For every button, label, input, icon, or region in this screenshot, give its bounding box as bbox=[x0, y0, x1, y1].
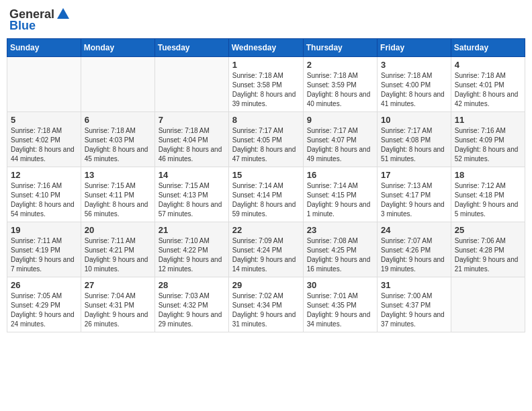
weekday-header-tuesday: Tuesday bbox=[154, 39, 228, 57]
day-number: 15 bbox=[232, 170, 300, 180]
day-info: Sunrise: 7:11 AM Sunset: 4:21 PM Dayligh… bbox=[85, 236, 151, 274]
day-info: Sunrise: 7:15 AM Sunset: 4:11 PM Dayligh… bbox=[85, 181, 151, 219]
day-info: Sunrise: 7:08 AM Sunset: 4:25 PM Dayligh… bbox=[307, 236, 373, 274]
calendar-cell: 27Sunrise: 7:04 AM Sunset: 4:31 PM Dayli… bbox=[81, 277, 154, 332]
calendar-cell: 8Sunrise: 7:17 AM Sunset: 4:05 PM Daylig… bbox=[228, 112, 303, 167]
day-number: 29 bbox=[232, 280, 300, 290]
calendar-cell: 21Sunrise: 7:10 AM Sunset: 4:22 PM Dayli… bbox=[154, 222, 228, 277]
calendar-cell: 17Sunrise: 7:13 AM Sunset: 4:17 PM Dayli… bbox=[378, 167, 451, 222]
logo-icon bbox=[56, 7, 71, 21]
day-number: 25 bbox=[455, 225, 521, 235]
calendar-cell: 18Sunrise: 7:12 AM Sunset: 4:18 PM Dayli… bbox=[451, 167, 525, 222]
day-number: 18 bbox=[455, 170, 521, 180]
day-info: Sunrise: 7:17 AM Sunset: 4:08 PM Dayligh… bbox=[381, 126, 447, 164]
day-info: Sunrise: 7:17 AM Sunset: 4:05 PM Dayligh… bbox=[232, 126, 300, 164]
weekday-header-wednesday: Wednesday bbox=[228, 39, 303, 57]
calendar-cell: 23Sunrise: 7:08 AM Sunset: 4:25 PM Dayli… bbox=[303, 222, 377, 277]
day-number: 17 bbox=[381, 170, 447, 180]
calendar-cell bbox=[81, 57, 154, 112]
day-number: 1 bbox=[232, 60, 300, 70]
calendar-cell: 31Sunrise: 7:00 AM Sunset: 4:37 PM Dayli… bbox=[378, 277, 451, 332]
day-info: Sunrise: 7:12 AM Sunset: 4:18 PM Dayligh… bbox=[455, 181, 521, 219]
day-info: Sunrise: 7:04 AM Sunset: 4:31 PM Dayligh… bbox=[85, 291, 151, 329]
day-number: 8 bbox=[232, 115, 300, 125]
day-info: Sunrise: 7:14 AM Sunset: 4:15 PM Dayligh… bbox=[307, 181, 373, 219]
day-number: 7 bbox=[159, 115, 225, 125]
day-number: 10 bbox=[381, 115, 447, 125]
calendar-cell: 24Sunrise: 7:07 AM Sunset: 4:26 PM Dayli… bbox=[378, 222, 451, 277]
calendar-table: SundayMondayTuesdayWednesdayThursdayFrid… bbox=[7, 38, 525, 332]
day-info: Sunrise: 7:00 AM Sunset: 4:37 PM Dayligh… bbox=[381, 291, 447, 329]
calendar-cell bbox=[7, 57, 81, 112]
calendar-cell: 19Sunrise: 7:11 AM Sunset: 4:19 PM Dayli… bbox=[7, 222, 81, 277]
day-info: Sunrise: 7:18 AM Sunset: 4:01 PM Dayligh… bbox=[455, 71, 521, 109]
day-number: 6 bbox=[85, 115, 151, 125]
day-info: Sunrise: 7:16 AM Sunset: 4:10 PM Dayligh… bbox=[11, 181, 77, 219]
logo: General Blue bbox=[9, 7, 71, 33]
day-info: Sunrise: 7:09 AM Sunset: 4:24 PM Dayligh… bbox=[232, 236, 300, 274]
day-number: 28 bbox=[159, 280, 225, 290]
day-number: 20 bbox=[85, 225, 151, 235]
week-row-5: 26Sunrise: 7:05 AM Sunset: 4:29 PM Dayli… bbox=[7, 277, 525, 332]
calendar-cell: 10Sunrise: 7:17 AM Sunset: 4:08 PM Dayli… bbox=[378, 112, 451, 167]
day-info: Sunrise: 7:18 AM Sunset: 3:59 PM Dayligh… bbox=[307, 71, 373, 109]
calendar-cell bbox=[451, 277, 525, 332]
day-info: Sunrise: 7:01 AM Sunset: 4:35 PM Dayligh… bbox=[307, 291, 373, 329]
day-number: 14 bbox=[159, 170, 225, 180]
calendar-cell: 1Sunrise: 7:18 AM Sunset: 3:58 PM Daylig… bbox=[228, 57, 303, 112]
day-number: 9 bbox=[307, 115, 373, 125]
day-info: Sunrise: 7:18 AM Sunset: 4:04 PM Dayligh… bbox=[159, 126, 225, 164]
day-number: 21 bbox=[159, 225, 225, 235]
day-info: Sunrise: 7:02 AM Sunset: 4:34 PM Dayligh… bbox=[232, 291, 300, 329]
day-number: 2 bbox=[307, 60, 373, 70]
day-number: 16 bbox=[307, 170, 373, 180]
day-number: 22 bbox=[232, 225, 300, 235]
logo-blue-text: Blue bbox=[9, 19, 36, 33]
calendar-cell: 6Sunrise: 7:18 AM Sunset: 4:03 PM Daylig… bbox=[81, 112, 154, 167]
week-row-4: 19Sunrise: 7:11 AM Sunset: 4:19 PM Dayli… bbox=[7, 222, 525, 277]
calendar-cell: 11Sunrise: 7:16 AM Sunset: 4:09 PM Dayli… bbox=[451, 112, 525, 167]
day-number: 26 bbox=[11, 280, 77, 290]
calendar-cell: 4Sunrise: 7:18 AM Sunset: 4:01 PM Daylig… bbox=[451, 57, 525, 112]
week-row-3: 12Sunrise: 7:16 AM Sunset: 4:10 PM Dayli… bbox=[7, 167, 525, 222]
day-number: 5 bbox=[11, 115, 77, 125]
page-header: General Blue bbox=[7, 7, 525, 33]
calendar-cell: 2Sunrise: 7:18 AM Sunset: 3:59 PM Daylig… bbox=[303, 57, 377, 112]
weekday-header-thursday: Thursday bbox=[303, 39, 377, 57]
calendar-cell: 7Sunrise: 7:18 AM Sunset: 4:04 PM Daylig… bbox=[154, 112, 228, 167]
day-info: Sunrise: 7:05 AM Sunset: 4:29 PM Dayligh… bbox=[11, 291, 77, 329]
day-info: Sunrise: 7:17 AM Sunset: 4:07 PM Dayligh… bbox=[307, 126, 373, 164]
week-row-2: 5Sunrise: 7:18 AM Sunset: 4:02 PM Daylig… bbox=[7, 112, 525, 167]
calendar-cell: 22Sunrise: 7:09 AM Sunset: 4:24 PM Dayli… bbox=[228, 222, 303, 277]
weekday-header-friday: Friday bbox=[378, 39, 451, 57]
day-number: 19 bbox=[11, 225, 77, 235]
calendar-cell: 26Sunrise: 7:05 AM Sunset: 4:29 PM Dayli… bbox=[7, 277, 81, 332]
day-info: Sunrise: 7:15 AM Sunset: 4:13 PM Dayligh… bbox=[159, 181, 225, 219]
day-info: Sunrise: 7:18 AM Sunset: 4:03 PM Dayligh… bbox=[85, 126, 151, 164]
day-number: 3 bbox=[381, 60, 447, 70]
svg-marker-0 bbox=[57, 8, 69, 19]
weekday-header-saturday: Saturday bbox=[451, 39, 525, 57]
day-number: 23 bbox=[307, 225, 373, 235]
calendar-cell: 13Sunrise: 7:15 AM Sunset: 4:11 PM Dayli… bbox=[81, 167, 154, 222]
day-number: 11 bbox=[455, 115, 521, 125]
day-info: Sunrise: 7:18 AM Sunset: 3:58 PM Dayligh… bbox=[232, 71, 300, 109]
day-number: 13 bbox=[85, 170, 151, 180]
day-number: 27 bbox=[85, 280, 151, 290]
calendar-cell: 28Sunrise: 7:03 AM Sunset: 4:32 PM Dayli… bbox=[154, 277, 228, 332]
weekday-header-row: SundayMondayTuesdayWednesdayThursdayFrid… bbox=[7, 39, 525, 57]
day-info: Sunrise: 7:10 AM Sunset: 4:22 PM Dayligh… bbox=[159, 236, 225, 274]
calendar-cell: 12Sunrise: 7:16 AM Sunset: 4:10 PM Dayli… bbox=[7, 167, 81, 222]
day-number: 30 bbox=[307, 280, 373, 290]
day-info: Sunrise: 7:07 AM Sunset: 4:26 PM Dayligh… bbox=[381, 236, 447, 274]
weekday-header-monday: Monday bbox=[81, 39, 154, 57]
calendar-cell: 30Sunrise: 7:01 AM Sunset: 4:35 PM Dayli… bbox=[303, 277, 377, 332]
day-info: Sunrise: 7:13 AM Sunset: 4:17 PM Dayligh… bbox=[381, 181, 447, 219]
day-number: 24 bbox=[381, 225, 447, 235]
calendar-cell: 29Sunrise: 7:02 AM Sunset: 4:34 PM Dayli… bbox=[228, 277, 303, 332]
day-info: Sunrise: 7:18 AM Sunset: 4:02 PM Dayligh… bbox=[11, 126, 77, 164]
week-row-1: 1Sunrise: 7:18 AM Sunset: 3:58 PM Daylig… bbox=[7, 57, 525, 112]
day-info: Sunrise: 7:06 AM Sunset: 4:28 PM Dayligh… bbox=[455, 236, 521, 274]
day-number: 31 bbox=[381, 280, 447, 290]
calendar-cell bbox=[154, 57, 228, 112]
